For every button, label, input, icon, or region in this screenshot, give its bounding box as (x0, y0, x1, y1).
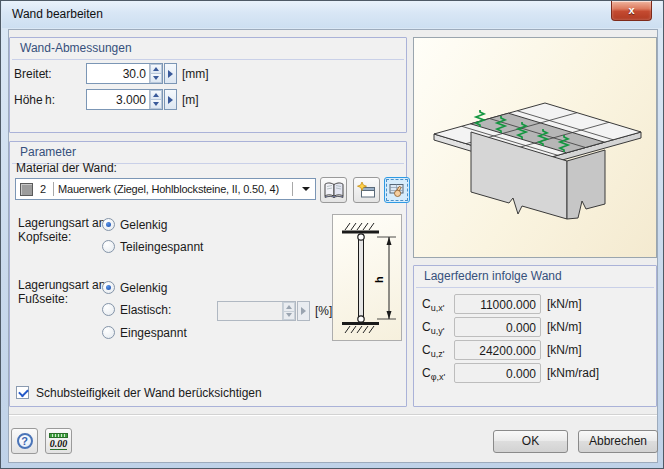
spring-value-cux: 11000.000 (454, 294, 541, 314)
spring-unit-cuy: [kN/m] (547, 320, 582, 334)
book-icon (323, 181, 345, 199)
units-settings-button[interactable]: 0.00 (45, 428, 72, 454)
spring-symbol-cuz: Cu,z' (422, 343, 444, 359)
spring-value-cphix: 0.000 (454, 363, 541, 383)
group-wall-dimensions: Wand-Abmessungen Breite t: 30.0 [mm] Höh… (9, 37, 407, 133)
units-decimal-icon: 0.00 (50, 439, 68, 450)
width-symbol: t: (45, 67, 52, 81)
material-name: Mauerwerk (Ziegel, Hohlblocksteine, II, … (58, 183, 288, 195)
ok-button[interactable]: OK (493, 430, 568, 453)
group-title-parameter: Parameter (20, 145, 76, 159)
spring-unit-cux: [kN/m] (547, 297, 582, 311)
elastic-value-spinbox (217, 301, 296, 321)
right-arrow-icon (168, 70, 173, 78)
edit-material-button[interactable] (384, 177, 410, 203)
radio-bottom-eingespannt[interactable] (102, 326, 115, 339)
new-window-star-icon (357, 182, 377, 199)
width-slider-button[interactable] (164, 63, 177, 84)
top-support-label-line1: Lagerungsart an (18, 216, 105, 230)
width-value[interactable]: 30.0 (87, 64, 149, 83)
material-index: 2 (37, 183, 49, 195)
radio-bottom-gelenkig[interactable] (102, 281, 115, 294)
shear-stiffness-label[interactable]: Schubsteifigkeit der Wand berücksichtige… (36, 386, 262, 400)
separator (292, 182, 293, 196)
cancel-button[interactable]: Abbrechen (578, 430, 658, 453)
spin-down-button[interactable] (150, 99, 162, 109)
top-support-label-line2: Kopfseite: (18, 230, 71, 244)
up-arrow-icon (153, 67, 159, 71)
up-arrow-icon (286, 305, 292, 309)
group-parameter: Parameter Material der Wand: 2 Mauerwerk… (9, 141, 407, 407)
group-rule (416, 287, 654, 288)
width-unit: [mm] (182, 67, 209, 81)
width-spin-arrows (149, 64, 162, 83)
spring-symbol-cuy: Cu,y' (422, 320, 444, 336)
spin-down-button[interactable] (150, 73, 162, 83)
down-arrow-icon (153, 102, 159, 106)
group-title-dimensions: Wand-Abmessungen (20, 41, 132, 55)
group-title-springs: Lagerfedern infolge Wand (424, 269, 562, 283)
ruler-icon (49, 433, 68, 438)
spring-unit-cphix: [kNm/rad] (547, 366, 599, 380)
bottom-support-label-line2: Fußseite: (18, 292, 68, 306)
radio-bottom-gelenkig-label[interactable]: Gelenkig (120, 281, 167, 295)
radio-top-teileingespannt-label[interactable]: Teileingespannt (120, 240, 203, 254)
dropdown-arrow-zone[interactable] (297, 187, 315, 191)
down-arrow-icon (153, 76, 159, 80)
height-label: Höhe (14, 93, 43, 107)
height-symbol: h: (45, 93, 55, 107)
shear-stiffness-checkbox[interactable] (16, 386, 29, 399)
group-support-springs: Lagerfedern infolge Wand Cu,x' 11000.000… (413, 265, 657, 407)
new-material-button[interactable] (353, 177, 380, 203)
spin-down-button (283, 311, 295, 321)
diagram-h-label: h (373, 276, 385, 283)
spring-value-cuz: 24200.000 (454, 340, 541, 360)
elastic-slider-button (297, 301, 310, 321)
height-slider-button[interactable] (164, 89, 177, 110)
elastic-unit: [%] (315, 304, 332, 318)
material-dropdown[interactable]: 2 Mauerwerk (Ziegel, Hohlblocksteine, II… (15, 178, 316, 200)
spin-up-button[interactable] (150, 90, 162, 99)
material-label: Material der Wand: (16, 161, 117, 175)
help-button[interactable]: ? (11, 428, 38, 454)
right-arrow-icon (301, 307, 306, 315)
edit-hand-icon (388, 182, 406, 198)
spring-symbol-cphix: Cφ,x' (422, 366, 445, 382)
elastic-spin-arrows (282, 302, 295, 320)
spin-up-button[interactable] (150, 64, 162, 73)
width-spinbox[interactable]: 30.0 (86, 63, 163, 84)
elastic-value (218, 302, 282, 320)
close-button[interactable]: x (611, 1, 652, 21)
separator (53, 182, 54, 196)
width-label: Breite (14, 67, 45, 81)
height-spinbox[interactable]: 3.000 (86, 89, 163, 110)
material-library-button[interactable] (320, 177, 347, 203)
radio-top-teileingespannt[interactable] (102, 240, 115, 253)
height-unit: [m] (182, 93, 199, 107)
wall-preview-panel (413, 37, 657, 258)
spring-symbol-cux: Cu,x' (422, 297, 444, 313)
footer-separator (9, 414, 657, 416)
radio-bottom-elastisch-label[interactable]: Elastisch: (120, 303, 171, 317)
dialog-title: Wand bearbeiten (12, 7, 103, 21)
height-value[interactable]: 3.000 (87, 90, 149, 109)
help-icon: ? (17, 433, 33, 449)
radio-top-gelenkig-label[interactable]: Gelenkig (120, 218, 167, 232)
spring-unit-cuz: [kN/m] (547, 343, 582, 357)
down-arrow-icon (286, 313, 292, 317)
up-arrow-icon (153, 93, 159, 97)
column-diagram-drawing: h (333, 215, 401, 340)
support-diagram: h (332, 214, 402, 341)
edit-wall-dialog: Wand bearbeiten x Wand-Abmessungen Breit… (0, 0, 664, 469)
spring-value-cuy: 0.000 (454, 317, 541, 337)
radio-bottom-elastisch[interactable] (102, 303, 115, 316)
radio-bottom-eingespannt-label[interactable]: Eingespannt (120, 326, 187, 340)
height-spin-arrows (149, 90, 162, 109)
chevron-down-icon (302, 187, 310, 191)
bottom-support-label-line1: Lagerungsart an (18, 278, 105, 292)
radio-top-gelenkig[interactable] (102, 218, 115, 231)
spin-up-button (283, 302, 295, 311)
right-arrow-icon (168, 96, 173, 104)
titlebar[interactable]: Wand bearbeiten (2, 1, 662, 28)
material-color-swatch (20, 183, 33, 196)
